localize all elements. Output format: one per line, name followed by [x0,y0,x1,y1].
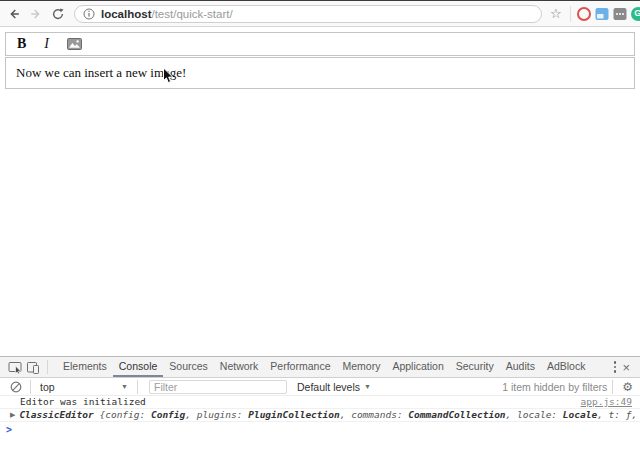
editor-text: Now we can insert a new image! [16,65,186,80]
inspect-element-icon[interactable] [6,358,24,376]
tab-application[interactable]: Application [386,357,449,377]
object-token: PluginCollection [248,410,340,420]
devtools-tab-bar: Elements Console Sources Network Perform… [0,357,640,378]
console-toolbar: top ▼ Default levels ▼ 1 item hidden by … [0,378,640,396]
devtools-tabs: Elements Console Sources Network Perform… [57,357,591,377]
url-bar[interactable]: localhost/test/quick-start/ [74,5,542,23]
console-filter-input[interactable] [149,380,287,394]
object-token: CommandCollection [408,410,505,420]
tab-sources[interactable]: Sources [163,357,214,377]
editor-content-area[interactable]: Now we can insert a new image! [5,57,635,89]
console-log-row: Editor was initialized app.js:49 [0,396,640,409]
italic-button[interactable]: I [44,36,49,52]
hidden-items-info: 1 item hidden by filters [502,381,607,393]
bookmark-star-icon[interactable]: ☆ [550,7,562,20]
insert-image-button[interactable] [67,38,82,50]
clear-console-icon[interactable] [7,378,25,396]
object-token: {config: [99,410,150,420]
console-toolbar-divider [137,380,138,394]
forward-icon[interactable] [28,6,44,22]
extension-icon-blue-window[interactable] [595,7,609,21]
object-token: Locale [563,410,597,420]
object-token: , …} [631,410,640,420]
tab-security[interactable]: Security [450,357,500,377]
log-text: Editor was initialized [20,397,146,407]
object-token: , locale: [506,410,563,420]
console-object-row: ▶ ClassicEditor {config: Config, plugins… [0,409,640,422]
mouse-cursor [162,67,174,89]
toolbar-divider [570,6,571,22]
levels-label: Default levels [297,381,360,393]
editor-toolbar: B I [5,32,635,56]
object-token: , plugins: [185,410,248,420]
object-token: , t: [597,410,626,420]
reload-icon[interactable] [50,6,66,22]
tab-console[interactable]: Console [113,357,164,377]
url-host: localhost [101,8,151,20]
image-icon [67,38,82,50]
back-icon[interactable] [6,6,22,22]
extension-icon-gray-ellipsis[interactable] [613,7,627,21]
object-class-name: ClassicEditor [19,410,99,420]
page-info-icon[interactable] [83,8,95,20]
tab-elements[interactable]: Elements [57,357,113,377]
execution-context-selector[interactable]: top ▼ [40,381,128,393]
log-levels-selector[interactable]: Default levels ▼ [297,381,371,393]
source-link[interactable]: app.js:49 [581,397,632,407]
tab-adblock[interactable]: AdBlock [541,357,592,377]
console-messages: Editor was initialized app.js:49 ▶ Class… [0,396,640,435]
console-prompt[interactable]: > [0,422,640,435]
tab-bar-divider [47,360,48,374]
context-label: top [40,381,55,393]
rich-text-editor: B I Now we can insert a new image! [5,32,635,89]
devtools-panel: Elements Console Sources Network Perform… [0,356,640,454]
tab-performance[interactable]: Performance [264,357,336,377]
console-settings-gear-icon[interactable]: ⚙ [622,381,633,393]
chevron-down-icon: ▼ [121,383,128,390]
object-token: , commands: [340,410,409,420]
bold-button[interactable]: B [17,36,26,52]
tab-audits[interactable]: Audits [500,357,541,377]
devtools-close-icon[interactable]: × [622,361,630,374]
url-path: /test/quick-start/ [151,8,232,20]
browser-toolbar: localhost/test/quick-start/ ☆ G [0,1,640,27]
expand-triangle-icon[interactable]: ▶ [10,410,15,420]
chevron-down-icon: ▼ [364,383,371,390]
extension-icon-grammarly[interactable]: G [631,7,640,21]
object-token: Config [151,410,185,420]
tab-network[interactable]: Network [214,357,265,377]
console-toolbar-divider [612,380,613,394]
device-toolbar-icon[interactable] [24,358,42,376]
prompt-chevron-icon: > [6,425,12,435]
devtools-menu-icon[interactable] [612,359,619,375]
extension-icon-red-ring[interactable] [577,7,591,21]
tab-memory[interactable]: Memory [336,357,386,377]
console-toolbar-divider [30,380,31,394]
